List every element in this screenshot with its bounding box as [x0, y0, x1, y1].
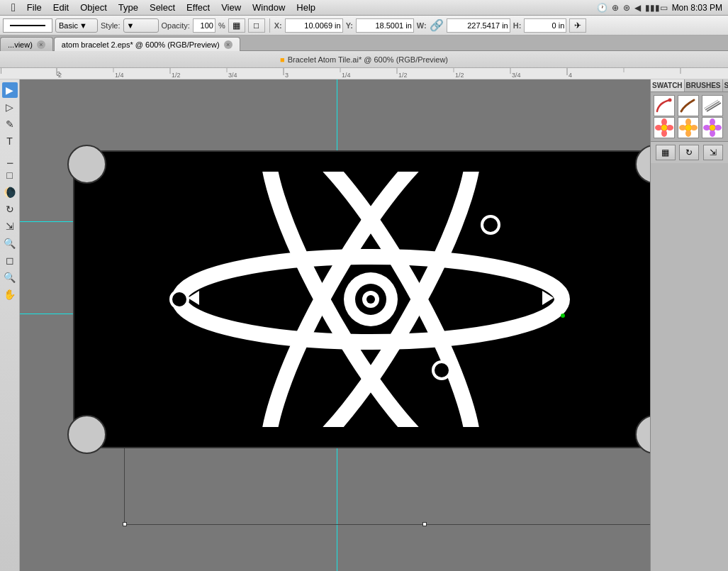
status-icon-1: ⊕ — [612, 3, 619, 13]
y-coord-label: Y: — [346, 21, 353, 30]
tab-1-label: atom bracelet 2.eps* @ 600% (RGB/Preview… — [62, 40, 220, 49]
toolbar: Basic ▼ Style: ▼ Opacity: % ▦ □ X: Y: W:… — [0, 16, 728, 35]
menu-edit[interactable]: Edit — [47, 1, 74, 14]
swatch-brush2[interactable] — [678, 95, 699, 116]
file-icon: ■ — [280, 55, 285, 64]
toolbar-icon-grid[interactable]: ▦ — [228, 18, 245, 33]
menu-view[interactable]: View — [215, 1, 247, 14]
panel-toolbar: ▦ ↻ ⇲ — [651, 141, 728, 163]
tab-swatch[interactable]: SWATCH — [651, 79, 685, 92]
panel-btn-move[interactable]: ▦ — [656, 145, 676, 160]
svg-point-30 — [433, 362, 450, 379]
svg-point-51 — [685, 125, 691, 131]
direct-select-tool[interactable]: ▷ — [2, 99, 18, 115]
right-panel: SWATCH BRUSHES S — [650, 79, 728, 571]
menu-help[interactable]: Help — [291, 1, 321, 14]
svg-text:1/4: 1/4 — [115, 72, 124, 79]
panel-btn-rotate[interactable]: ↻ — [679, 145, 699, 160]
swatch-grid — [651, 92, 728, 141]
battery-icon: ▮▮▮▭ — [645, 3, 668, 13]
green-indicator — [561, 314, 565, 318]
toolbar-icon-align[interactable]: □ — [248, 18, 265, 33]
menu-type[interactable]: Type — [113, 1, 144, 14]
tab-0-close[interactable]: × — [37, 40, 45, 49]
menu-window[interactable]: Window — [247, 1, 291, 14]
pen-tool[interactable]: ✎ — [2, 116, 18, 132]
tabs-bar: ...view) × atom bracelet 2.eps* @ 600% (… — [0, 35, 728, 51]
svg-point-29 — [482, 216, 499, 233]
tab-1[interactable]: atom bracelet 2.eps* @ 600% (RGB/Preview… — [54, 37, 240, 51]
stroke-label: Basic — [59, 21, 78, 30]
style-dropdown[interactable]: ▼ — [123, 18, 159, 33]
svg-text:3: 3 — [285, 72, 289, 79]
gradient-tool[interactable]: ◻ — [2, 253, 18, 268]
svg-text:1/2: 1/2 — [398, 72, 408, 79]
artwork-container — [73, 150, 650, 462]
rect-tool[interactable]: □ — [2, 167, 18, 183]
opacity-label: Opacity: — [162, 21, 190, 30]
zoom-tool[interactable]: 🔍 — [2, 270, 18, 285]
canvas-area[interactable] — [20, 79, 650, 571]
x-coord-input[interactable] — [285, 18, 343, 33]
tab-1-close[interactable]: × — [224, 40, 233, 49]
stroke-dropdown[interactable]: Basic ▼ — [55, 18, 98, 33]
panel-btn-scale[interactable]: ⇲ — [703, 145, 723, 160]
h-coord-input[interactable] — [524, 18, 566, 33]
type-tool[interactable]: T — [2, 133, 18, 149]
tab-stroke[interactable]: S — [723, 79, 729, 92]
svg-text:3/4: 3/4 — [512, 72, 521, 79]
select-tool[interactable]: ▶ — [2, 82, 18, 98]
horizontal-ruler: 2 2 1/4 1/2 3/4 3 1/4 1/2 1/2 3/4 4 — [0, 68, 728, 79]
hand-tool[interactable]: ✋ — [2, 287, 18, 302]
w-coord-input[interactable] — [447, 18, 510, 33]
svg-text:1/2: 1/2 — [172, 72, 181, 79]
clock-text: Mon 8:03 PM — [672, 3, 722, 13]
menu-select[interactable]: Select — [144, 1, 181, 14]
svg-point-57 — [710, 125, 715, 131]
opacity-unit: % — [218, 21, 225, 30]
brush-tool[interactable]: 🌘 — [2, 184, 18, 200]
w-coord-label: W: — [417, 21, 427, 30]
tab-0-label: ...view) — [8, 40, 33, 49]
corner-circle-tr — [635, 145, 650, 184]
swatch-flower3[interactable] — [702, 117, 723, 138]
stroke-selector[interactable] — [3, 18, 52, 33]
svg-point-53 — [710, 118, 715, 126]
svg-point-55 — [703, 125, 710, 131]
swatch-brush3[interactable] — [702, 95, 723, 116]
scale-tool[interactable]: ⇲ — [2, 218, 18, 234]
swatch-flower2[interactable] — [678, 117, 699, 138]
atom-graphic — [165, 172, 576, 427]
x-coord-label: X: — [274, 21, 282, 30]
y-coord-input[interactable] — [356, 18, 414, 33]
tab-brushes[interactable]: BRUSHES — [685, 79, 723, 92]
line-tool[interactable]: ⎯ — [2, 150, 18, 166]
swatch-brush1[interactable] — [654, 95, 675, 116]
style-label: Style: — [101, 21, 121, 30]
corner-circle-bl — [67, 415, 106, 454]
time-machine-icon: 🕐 — [597, 3, 607, 13]
transform-options[interactable]: ✈ — [569, 18, 586, 33]
menu-file[interactable]: File — [21, 1, 47, 14]
apple-menu[interactable]:  — [6, 0, 21, 16]
menu-effect[interactable]: Effect — [181, 1, 215, 14]
svg-text:1/4: 1/4 — [342, 72, 351, 79]
eyedropper-tool[interactable]: 🔍 — [2, 235, 18, 251]
corner-circle-br — [635, 415, 650, 454]
wifi-icon: ⊛ — [623, 3, 630, 13]
svg-point-50 — [690, 125, 698, 131]
svg-point-56 — [715, 125, 722, 131]
tab-0[interactable]: ...view) × — [0, 37, 53, 51]
menu-object[interactable]: Object — [74, 1, 113, 14]
rotate-tool[interactable]: ↻ — [2, 201, 18, 217]
active-tab-title: ■ Bracelet Atom Tile.ai* @ 600% (RGB/Pre… — [0, 51, 728, 68]
opacity-input[interactable] — [193, 18, 215, 33]
svg-point-41 — [661, 118, 667, 126]
main-area: ▶ ▷ ✎ T ⎯ □ 🌘 ↻ ⇲ 🔍 ◻ 🔍 ✋ — [0, 79, 728, 571]
svg-point-43 — [655, 125, 662, 131]
svg-point-47 — [685, 118, 691, 126]
svg-point-42 — [661, 130, 667, 137]
svg-text:1/2: 1/2 — [455, 72, 464, 79]
swatch-flower1[interactable] — [654, 117, 675, 138]
svg-line-37 — [705, 101, 719, 110]
